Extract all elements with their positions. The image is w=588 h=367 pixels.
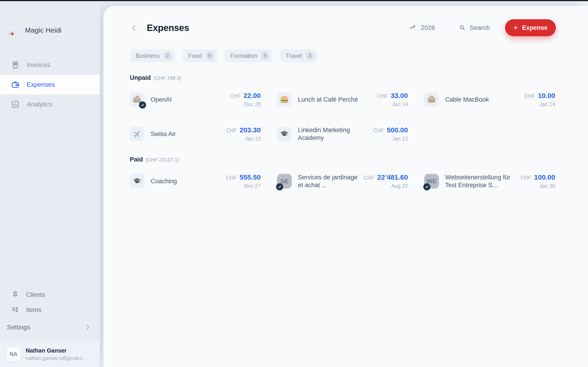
filter-chip-business[interactable]: Business 2	[130, 49, 175, 62]
expense-item-webseitenerstellung[interactable]: WE Webseitenerstellung für Test Entrepri…	[424, 169, 555, 193]
secondary-nav: Clients Items	[0, 287, 100, 317]
expense-amount-block: CHF10.00 Jan 14	[524, 92, 555, 108]
clients-icon	[11, 291, 19, 299]
back-button[interactable]	[130, 24, 138, 32]
page-header: Expenses 2026 Search + Expense	[130, 19, 556, 36]
airplane-emoji-icon	[130, 127, 145, 141]
user-email: nathan.ganser.s@gmail.c...	[26, 355, 87, 361]
sidebar-item-invoices[interactable]: Invoices	[0, 55, 100, 75]
sidebar-item-analytics[interactable]: Analytics	[0, 94, 100, 114]
mountain-heidi-logo-icon	[8, 25, 19, 35]
expense-name: Linkedin Marketing Academy	[298, 126, 370, 142]
amount-value: 555.50	[240, 173, 261, 181]
paid-expense-grid: Coaching CHF555.50 Nov 27 SE Services de…	[130, 169, 556, 193]
year-label: 2026	[421, 24, 435, 31]
briefcase-emoji-icon	[424, 92, 439, 107]
expense-item-lunch-cafe-perche[interactable]: Lunch at Café Perché CHF33.00 Jan 14	[277, 88, 408, 111]
expense-item-coaching[interactable]: Coaching CHF555.50 Nov 27	[130, 169, 261, 193]
expense-name: OpenAI	[151, 96, 226, 103]
receipt-icon	[11, 60, 20, 69]
currency-label: CHF	[524, 93, 535, 99]
currency-label: CHF	[226, 175, 237, 181]
expense-date: Aug 22	[363, 183, 408, 189]
page-title: Expenses	[147, 23, 189, 33]
expense-date: Jan 14	[524, 101, 555, 108]
amount-value: 22.00	[243, 92, 261, 100]
currency-label: CHF	[230, 93, 241, 99]
sidebar-item-label: Expenses	[27, 81, 55, 88]
sidebar-item-expenses[interactable]: Expenses	[0, 75, 100, 94]
chevron-right-icon	[84, 324, 91, 331]
currency-label: CHF	[373, 127, 384, 134]
expense-name: Webseitenerstellung für Test Entreprise …	[445, 173, 517, 189]
expense-item-swiss-air[interactable]: Swiss Air CHF203.30 Jan 13	[130, 122, 261, 146]
user-card[interactable]: NA Nathan Ganser nathan.ganser.s@gmail.c…	[0, 341, 100, 367]
filter-chip-food[interactable]: Food 5	[183, 49, 217, 62]
grad-cap-emoji-icon	[130, 174, 145, 189]
add-expense-button[interactable]: + Expense	[505, 19, 556, 36]
search-button[interactable]: Search	[459, 24, 490, 31]
search-icon	[459, 24, 466, 31]
section-total: (CHF 768.3)	[154, 75, 182, 81]
expense-date: Jan 14	[377, 101, 408, 108]
currency-label: CHF	[520, 175, 531, 181]
expense-amount-block: CHF555.50 Nov 27	[226, 173, 261, 189]
filter-label: Formation	[230, 52, 257, 59]
section-header-paid: Paid (CHF 23137.1)	[130, 156, 556, 163]
currency-label: CHF	[226, 127, 237, 134]
expense-item-linkedin-marketing-academy[interactable]: Linkedin Marketing Academy CHF500.00 Jan…	[277, 122, 408, 146]
filter-chip-formation[interactable]: Formation 5	[225, 49, 272, 62]
amount-value: 10.00	[538, 92, 555, 100]
filter-chip-travel[interactable]: Travel 3	[280, 49, 317, 62]
expense-amount-block: CHF33.00 Jan 14	[377, 92, 408, 108]
expense-amount-block: CHF22’481.60 Aug 22	[363, 173, 408, 189]
section-title: Paid	[130, 156, 143, 163]
amount-value: 33.00	[391, 92, 408, 100]
category-filters: Business 2 Food 5 Formation 5 Travel 3	[130, 49, 556, 62]
sidebar-item-items[interactable]: Items	[0, 302, 100, 317]
check-badge-icon	[423, 183, 431, 190]
expense-date: Dec 20	[230, 101, 261, 108]
filter-label: Business	[136, 52, 160, 59]
expense-date: Nov 27	[226, 183, 261, 189]
search-label: Search	[469, 24, 490, 31]
main-nav: Invoices Expenses Analytics	[0, 55, 100, 114]
sidebar-item-label: Invoices	[27, 61, 50, 69]
filter-count-badge: 3	[305, 51, 314, 60]
expense-name: Services de jardinage et achat ...	[298, 173, 360, 189]
expense-item-openai[interactable]: OpenAI CHF22.00 Dec 20	[130, 88, 261, 111]
year-selector[interactable]: 2026	[409, 24, 435, 31]
amount-value: 500.00	[387, 126, 408, 134]
filter-count-badge: 5	[261, 51, 269, 60]
trending-up-icon	[409, 24, 417, 31]
filter-label: Travel	[286, 52, 302, 59]
expense-amount-block: CHF100.00 Jan 30	[520, 173, 555, 189]
brand: Magic Heidi	[0, 0, 100, 37]
check-badge-icon	[276, 183, 283, 190]
hamburger-emoji-icon	[277, 92, 292, 107]
expense-name: Coaching	[151, 177, 222, 185]
plus-icon: +	[513, 24, 518, 31]
amount-value: 203.30	[240, 126, 261, 134]
sidebar-item-settings[interactable]: Settings	[0, 319, 100, 335]
expense-date: Jan 30	[520, 183, 555, 189]
expense-amount-block: CHF203.30 Jan 13	[226, 126, 261, 142]
avatar: NA	[6, 347, 21, 361]
section-total: (CHF 23137.1)	[146, 157, 179, 163]
expense-amount-block: CHF22.00 Dec 20	[230, 92, 261, 108]
expense-name: Cable MacBook	[445, 96, 521, 103]
user-meta: Nathan Ganser nathan.ganser.s@gmail.c...	[26, 347, 87, 361]
items-sort-icon	[11, 306, 19, 314]
settings-label: Settings	[7, 324, 30, 331]
window-top-edge	[0, 0, 588, 1]
wallet-icon	[11, 80, 20, 89]
expenses-page: Expenses 2026 Search + Expense Business …	[103, 6, 588, 367]
expense-item-cable-macbook[interactable]: Cable MacBook CHF10.00 Jan 14	[424, 88, 555, 111]
sidebar: Magic Heidi Invoices Expenses Analytics …	[0, 0, 100, 367]
filter-count-badge: 5	[205, 51, 214, 60]
filter-label: Food	[188, 52, 202, 59]
briefcase-emoji-icon	[130, 92, 145, 107]
expense-item-services-jardinage[interactable]: SE Services de jardinage et achat ... CH…	[277, 169, 408, 193]
expense-name: Swiss Air	[151, 130, 222, 138]
sidebar-item-clients[interactable]: Clients	[0, 287, 100, 302]
